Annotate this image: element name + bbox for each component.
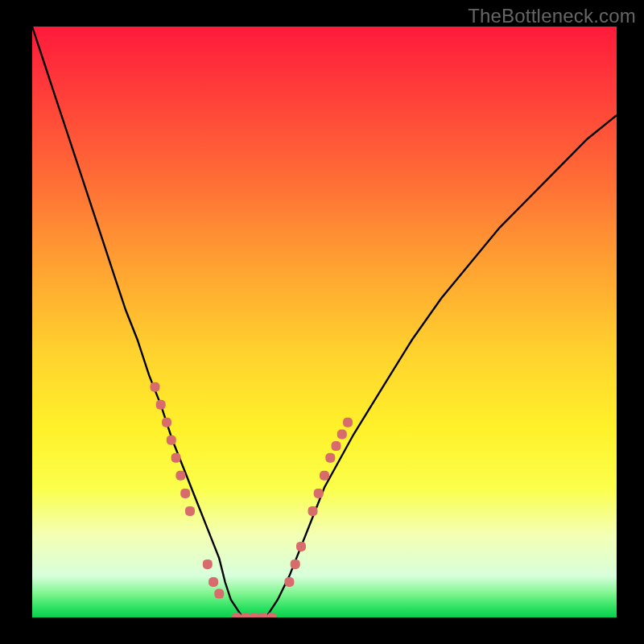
marker-dot xyxy=(175,471,185,481)
plot-area xyxy=(32,27,617,617)
marker-dot xyxy=(343,418,353,427)
highlight-markers xyxy=(151,382,353,617)
marker-dot xyxy=(308,506,318,516)
marker-dot xyxy=(320,471,329,481)
curve-path xyxy=(32,27,617,617)
bottleneck-curve xyxy=(32,27,617,617)
marker-dot xyxy=(296,542,306,551)
watermark-label: TheBottleneck.com xyxy=(468,5,636,27)
marker-dot xyxy=(258,613,268,617)
marker-dot xyxy=(151,382,160,392)
marker-dot xyxy=(337,430,347,440)
marker-dot xyxy=(332,441,341,451)
marker-dot xyxy=(314,489,324,498)
curve-layer xyxy=(32,27,617,617)
marker-dot xyxy=(156,400,166,410)
marker-dot xyxy=(167,436,176,445)
marker-dot xyxy=(284,577,294,587)
marker-dot xyxy=(291,559,300,569)
marker-dot xyxy=(203,559,213,569)
marker-dot xyxy=(250,613,259,617)
marker-dot xyxy=(171,453,181,463)
marker-dot xyxy=(214,589,224,599)
marker-dot xyxy=(208,577,218,587)
marker-dot xyxy=(325,453,335,463)
marker-dot xyxy=(185,506,195,516)
marker-dot xyxy=(241,613,250,617)
chart-frame: TheBottleneck.com xyxy=(0,0,644,644)
marker-dot xyxy=(162,418,171,427)
marker-dot xyxy=(180,489,190,498)
